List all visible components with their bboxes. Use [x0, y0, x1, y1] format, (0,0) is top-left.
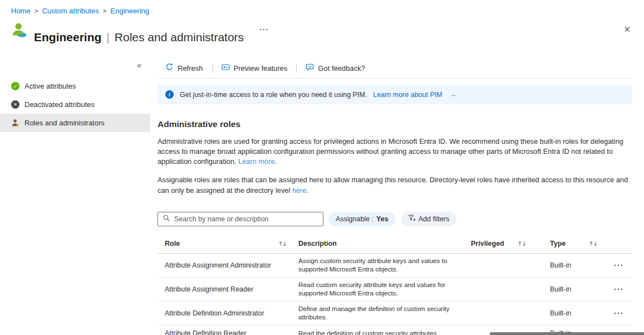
- page-title-section: Roles and administrators: [115, 29, 244, 46]
- administrative-roles-heading: Administrative roles: [158, 119, 632, 129]
- sort-icon[interactable]: ↑↓: [588, 240, 597, 247]
- page-header: Engineering | Roles and administrators ·…: [0, 15, 644, 54]
- preview-features-icon: [222, 63, 230, 73]
- breadcrumb-home[interactable]: Home: [11, 7, 31, 15]
- title-separator: |: [106, 29, 109, 46]
- breadcrumb-engineering[interactable]: Engineering: [111, 7, 149, 15]
- role-cell: Attribute Definition Administrator: [158, 302, 291, 326]
- administrative-roles-description: Administrative roles are used for granti…: [158, 137, 632, 167]
- assignable-filter-label: Assignable :: [336, 215, 373, 223]
- toolbar-divider-rule: [158, 78, 632, 79]
- row-more-icon[interactable]: ···: [614, 261, 625, 270]
- role-cell: Attribute Assignment Administrator: [158, 253, 291, 277]
- column-label: Description: [298, 240, 337, 247]
- column-label: Privileged: [471, 240, 504, 247]
- deactivated-x-icon: ✕: [11, 100, 19, 109]
- assignable-period: .: [307, 186, 309, 195]
- pim-learn-more-link[interactable]: Learn more about PIM: [373, 91, 442, 99]
- table-row: Attribute Assignment Reader Read custom …: [158, 277, 632, 301]
- breadcrumb: Home > Custom attributes > Engineering: [0, 0, 644, 15]
- active-check-icon: ✓: [11, 82, 19, 90]
- table-row: Attribute Definition Administrator Defin…: [158, 302, 632, 326]
- more-menu-icon[interactable]: ···: [259, 21, 269, 38]
- toolbar-divider: [296, 64, 297, 72]
- search-icon: [163, 214, 170, 224]
- role-cell: Attribute Definition Reader: [158, 326, 291, 335]
- feedback-icon: [306, 63, 314, 73]
- refresh-label: Refresh: [178, 64, 203, 72]
- assignable-text: Assignable roles are roles that can be a…: [158, 176, 628, 194]
- search-input[interactable]: [174, 215, 318, 223]
- role-cell: Attribute Assignment Reader: [158, 277, 291, 301]
- column-header-actions: [603, 234, 632, 254]
- search-box: [158, 212, 323, 226]
- sidebar-item-label: Deactivated attributes: [24, 100, 95, 109]
- info-icon: i: [165, 90, 174, 99]
- type-cell: Built-in: [543, 253, 603, 277]
- sidebar-collapse-icon[interactable]: «: [0, 59, 150, 71]
- pim-info-banner: i Get just-in-time access to a role when…: [158, 85, 632, 104]
- horizontal-scrollbar-thumb[interactable]: [490, 332, 644, 335]
- arrow-right-icon: →: [450, 91, 457, 99]
- privileged-cell: [464, 253, 543, 277]
- column-label: Type: [550, 240, 566, 247]
- add-filters-button[interactable]: Add filters: [401, 212, 457, 226]
- intro-text: Administrative roles are used for granti…: [158, 137, 623, 166]
- sidebar-item-label: Roles and administrators: [24, 119, 105, 127]
- table-row: Attribute Assignment Administrator Assig…: [158, 253, 632, 277]
- column-label: Role: [165, 240, 180, 247]
- roles-table: Role ↑↓ Description Privileged ↑↓: [158, 234, 632, 335]
- sidebar-item-roles-and-administrators[interactable]: Roles and administrators: [0, 114, 150, 132]
- add-filter-icon: [408, 214, 416, 224]
- sidebar: « ✓ Active attributes ✕ Deactivated attr…: [0, 59, 150, 132]
- sidebar-item-deactivated-attributes[interactable]: ✕ Deactivated attributes: [0, 95, 150, 114]
- sort-icon[interactable]: ↑↓: [278, 240, 287, 247]
- description-cell: Read the definition of custom security a…: [291, 326, 464, 335]
- breadcrumb-separator: >: [35, 7, 38, 15]
- privileged-cell: [464, 277, 543, 301]
- sidebar-item-label: Active attributes: [24, 82, 76, 90]
- breadcrumb-custom-attributes[interactable]: Custom attributes: [42, 7, 99, 15]
- sidebar-nav: ✓ Active attributes ✕ Deactivated attrib…: [0, 77, 150, 132]
- row-more-icon[interactable]: ···: [614, 309, 625, 318]
- intro-period: .: [275, 157, 277, 166]
- pim-banner-text: Get just-in-time access to a role when y…: [180, 91, 367, 99]
- refresh-icon: [165, 63, 174, 73]
- here-link[interactable]: here: [292, 186, 307, 195]
- assignable-filter-value: Yes: [376, 215, 389, 223]
- toolbar-divider: [212, 64, 213, 72]
- column-header-description: Description: [291, 234, 464, 254]
- page-title: Engineering | Roles and administrators: [34, 29, 244, 46]
- learn-more-link[interactable]: Learn more: [238, 157, 274, 166]
- sidebar-item-active-attributes[interactable]: ✓ Active attributes: [0, 77, 150, 95]
- description-cell: Define and manage the definition of cust…: [291, 302, 464, 326]
- custom-attributes-icon: [11, 21, 28, 38]
- got-feedback-label: Got feedback?: [318, 64, 365, 72]
- body: « ✓ Active attributes ✕ Deactivated attr…: [0, 59, 644, 335]
- add-filters-label: Add filters: [419, 215, 450, 223]
- row-more-icon[interactable]: ···: [614, 285, 625, 294]
- got-feedback-button[interactable]: Got feedback?: [302, 61, 368, 75]
- privileged-cell: [464, 302, 543, 326]
- table-header-row: Role ↑↓ Description Privileged ↑↓: [158, 234, 632, 254]
- refresh-button[interactable]: Refresh: [162, 61, 207, 75]
- preview-features-button[interactable]: Preview features: [218, 61, 291, 75]
- page: Home > Custom attributes > Engineering E…: [0, 0, 644, 335]
- roles-person-icon: [11, 119, 19, 127]
- description-cell: Assign custom security attribute keys an…: [291, 253, 464, 277]
- close-icon[interactable]: ✕: [623, 21, 631, 38]
- assignable-roles-description: Assignable roles are roles that can be a…: [158, 175, 632, 195]
- assignable-filter-pill[interactable]: Assignable : Yes: [328, 212, 396, 226]
- breadcrumb-separator: >: [103, 7, 107, 15]
- main-content: Refresh Preview features: [158, 59, 632, 335]
- description-cell: Read custom security attribute keys and …: [291, 277, 464, 301]
- column-header-privileged[interactable]: Privileged ↑↓: [464, 234, 543, 254]
- column-header-role[interactable]: Role ↑↓: [158, 234, 291, 254]
- page-title-name: Engineering: [34, 29, 101, 46]
- toolbar: Refresh Preview features: [158, 59, 632, 77]
- preview-features-label: Preview features: [234, 64, 288, 72]
- sort-icon[interactable]: ↑↓: [517, 240, 526, 247]
- type-cell: Built-in: [543, 302, 603, 326]
- type-cell: Built-in: [543, 277, 603, 301]
- column-header-type[interactable]: Type ↑↓: [543, 234, 603, 254]
